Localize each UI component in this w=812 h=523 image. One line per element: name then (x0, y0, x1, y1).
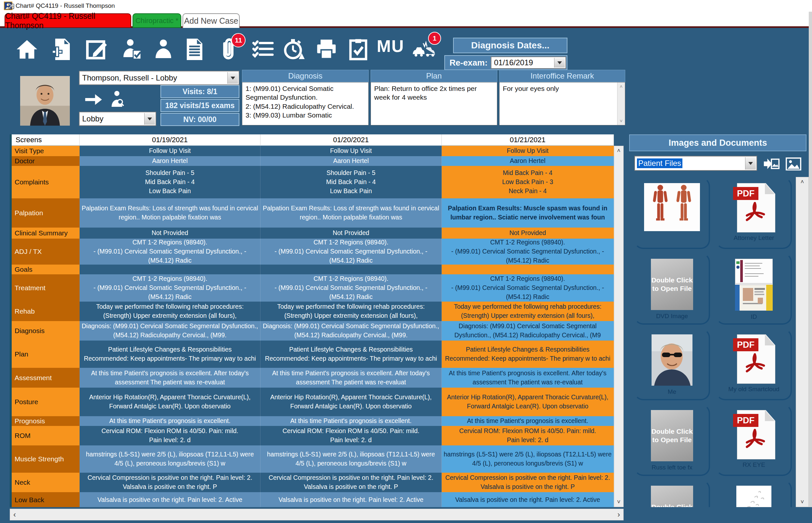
grid-cell-rehab-col2[interactable]: Today we performed the following rehab p… (261, 302, 442, 321)
print-icon[interactable] (313, 34, 340, 65)
file-card-my-old-smartcloud[interactable]: PDFMy old Smartcloud (716, 328, 792, 400)
patient-check-icon[interactable] (118, 34, 146, 65)
grid-cell-neck-col1[interactable]: Cervical Compression is positive on the … (80, 473, 261, 492)
row-label-clinical-summary[interactable]: Clinical Summary (12, 228, 80, 239)
grid-cell-rehab-col1[interactable]: Today we performed the following rehab p… (80, 302, 261, 321)
row-label-diagnosis[interactable]: Diagnosis (12, 321, 80, 341)
grid-cell-neck-col2[interactable]: Cervical Compression is positive on the … (261, 473, 442, 492)
checklist-icon[interactable] (249, 34, 277, 65)
grid-cell-prognosis-col2[interactable]: At this time Patient's prognosis is exce… (261, 416, 442, 426)
remark-panel-body[interactable]: For your eyes only ˄˅ (499, 82, 625, 125)
file-category-select[interactable]: Patient Files (634, 156, 757, 171)
file-card-dvd-image[interactable]: Double Click to Open FileDVD Image (634, 253, 710, 325)
grid-cell-complaints-col3[interactable]: Mid Back Pain - 4 Low Back Pain - 3 Neck… (442, 166, 614, 198)
grid-cell-diagnosis-col2[interactable]: Diagnosis: (M99.01) Cervical Somatic Seg… (261, 321, 442, 341)
grid-cell-rehab-col3[interactable]: Today we performed the following rehab p… (442, 302, 614, 321)
file-card[interactable]: Double Click to Open File (634, 480, 710, 507)
grid-cell-assessment-col2[interactable]: At this time Patient's prognosis is exce… (261, 368, 442, 387)
tab-add-new-case[interactable]: Add New Case (182, 13, 240, 28)
file-card-me[interactable]: Me (634, 328, 710, 400)
grid-cell-palpation-col2[interactable]: Palpation Exam Results: Loss of strength… (261, 198, 442, 228)
grid-cell-posture-col2[interactable]: Anterior Hip Rotation(R), Apparent Thora… (261, 387, 442, 416)
new-case-icon[interactable] (48, 34, 76, 65)
row-label-plan[interactable]: Plan (12, 341, 80, 368)
grid-vertical-scrollbar[interactable]: ˄˅ (614, 146, 624, 507)
grid-cell-complaints-col1[interactable]: Shoulder Pain - 5 Mid Back Pain - 4 Low … (80, 166, 261, 198)
patient-photo[interactable] (20, 75, 70, 126)
tab-chiropractic[interactable]: Chiropractic * (133, 13, 181, 28)
grid-cell-neck-col3[interactable]: Cervical Compression is positive on the … (442, 473, 614, 492)
grid-cell-clinical-summary-col3[interactable]: Not Provided (442, 228, 614, 239)
edit-note-icon[interactable] (83, 34, 111, 65)
files-scrollbar[interactable]: ˄˅ (796, 177, 809, 507)
remark-scrollbar[interactable]: ˄˅ (617, 83, 625, 125)
grid-cell-plan-col1[interactable]: Patient Lifestyle Changes & Responsibili… (80, 341, 261, 368)
chevron-down-icon[interactable] (144, 113, 155, 125)
reexam-date-select[interactable]: 01/16/2019 (491, 56, 566, 69)
grid-cell-visit-type-col3[interactable]: Follow Up Visit (442, 146, 614, 156)
document-icon[interactable] (181, 34, 209, 65)
patient-search-icon[interactable] (108, 88, 127, 110)
grid-cell-adj-tx-col2[interactable]: CMT 1-2 Regions (98940). - (M99.01) Cerv… (261, 239, 442, 265)
grid-cell-adj-tx-col3[interactable]: CMT 1-2 Regions (98940). - (M99.01) Cerv… (442, 239, 614, 265)
grid-cell-diagnosis-col1[interactable]: Diagnosis: (M99.01) Cervical Somatic Seg… (80, 321, 261, 341)
grid-cell-adj-tx-col1[interactable]: CMT 1-2 Regions (98940). - (M99.01) Cerv… (80, 239, 261, 265)
grid-cell-clinical-summary-col2[interactable]: Not Provided (261, 228, 442, 239)
arrow-icon[interactable] (84, 92, 103, 107)
grid-cell-doctor-col1[interactable]: Aaron Hertel (80, 156, 261, 166)
grid-cell-rom-col1[interactable]: Cervical ROM: Flexion ROM is 40/50. Pain… (80, 426, 261, 446)
chevron-down-icon[interactable] (745, 157, 756, 169)
grid-cell-diagnosis-col3[interactable]: Diagnosis: (M99.01) Cervical Somatic Seg… (442, 321, 614, 341)
patient-icon[interactable] (149, 34, 177, 65)
grid-cell-low-back-col1[interactable]: Valsalva is positive on the right. Pain … (80, 492, 261, 507)
row-label-doctor[interactable]: Doctor (12, 156, 80, 166)
import-image-button[interactable] (763, 157, 780, 172)
grid-cell-treatment-col3[interactable]: CMT 1-2 Regions (98940). - (M99.01) Cerv… (442, 274, 614, 302)
grid-cell-rom-col3[interactable]: Cervical ROM: Flexion ROM is 40/50. Pain… (442, 426, 614, 446)
row-label-goals[interactable]: Goals (12, 265, 80, 274)
grid-cell-muscle-strength-col3[interactable]: hamstrings (L5-S1) were 2/5 (L), iliopso… (442, 446, 614, 473)
grid-cell-assessment-col3[interactable]: At this time Patient's prognosis is exce… (442, 368, 614, 387)
row-label-adj-tx[interactable]: ADJ / TX (12, 239, 80, 265)
grid-cell-goals-col2[interactable] (261, 265, 442, 274)
grid-cell-visit-type-col2[interactable]: Follow Up Visit (261, 146, 442, 156)
row-label-prognosis[interactable]: Prognosis (12, 416, 80, 426)
grid-cell-doctor-col3[interactable]: Aaron Hertel (442, 156, 614, 166)
grid-cell-low-back-col2[interactable]: Valsalva is positive on the right. Pain … (261, 492, 442, 507)
grid-cell-posture-col1[interactable]: Anterior Hip Rotation(R), Apparent Thora… (80, 387, 261, 416)
row-label-posture[interactable]: Posture (12, 387, 80, 416)
file-card[interactable] (634, 177, 710, 249)
accident-icon[interactable]: 1 (410, 34, 438, 65)
row-label-rehab[interactable]: Rehab (12, 302, 80, 321)
diagnosis-panel-body[interactable]: 1: (M99.01) Cervical Somatic Segmental D… (242, 82, 369, 125)
close-button[interactable]: ✕ (0, 0, 23, 12)
diagnosis-dates-button[interactable]: Diagnosis Dates... (453, 38, 567, 53)
file-card-attorney-letter[interactable]: PDFAttorney Letter (716, 177, 792, 249)
row-label-complaints[interactable]: Complaints (12, 166, 80, 198)
file-card-rx-eye[interactable]: PDFRX EYE (716, 404, 792, 476)
row-label-neck[interactable]: Neck (12, 473, 80, 492)
grid-cell-plan-col2[interactable]: Patient Lifestyle Changes & Responsibili… (261, 341, 442, 368)
room-selector[interactable]: Lobby (79, 112, 156, 126)
row-label-low-back[interactable]: Low Back (12, 492, 80, 507)
grid-cell-complaints-col2[interactable]: Shoulder Pain - 5 Mid Back Pain - 4 Low … (261, 166, 442, 198)
patient-selector[interactable]: Thompson, Russell - Lobby (79, 71, 240, 85)
grid-cell-prognosis-col1[interactable]: At this time Patient's prognosis is exce… (80, 416, 261, 426)
row-label-muscle-strength[interactable]: Muscle Strength (12, 446, 80, 473)
file-card[interactable] (716, 480, 792, 507)
chevron-down-icon[interactable] (554, 58, 565, 68)
grid-cell-rom-col2[interactable]: Cervical ROM: Flexion ROM is 40/50. Pain… (261, 426, 442, 446)
image-viewer-button[interactable] (785, 157, 802, 172)
mu-label[interactable]: MU (377, 36, 404, 56)
tab-current-case[interactable]: Chart# QC4119 - Russell Thompson (4, 13, 131, 28)
grid-cell-muscle-strength-col2[interactable]: hamstrings (L5-S1) were 2/5 (L), iliopso… (261, 446, 442, 473)
grid-cell-posture-col3[interactable]: Anterior Hip Rotation(R), Apparent Thora… (442, 387, 614, 416)
grid-cell-low-back-col3[interactable]: Valsalva is positive on the right. Pain … (442, 492, 614, 507)
grid-cell-doctor-col2[interactable]: Aaron Hertel (261, 156, 442, 166)
grid-cell-goals-col1[interactable] (80, 265, 261, 274)
file-card-russ-left-toe-fx[interactable]: Double Click to Open FileRuss left toe f… (634, 404, 710, 476)
file-card-id[interactable]: ID (716, 253, 792, 325)
grid-cell-prognosis-col3[interactable]: At this time Patient's prognosis is exce… (442, 416, 614, 426)
grid-cell-palpation-col3[interactable]: Palpation Exam Results: Muscle spasm was… (442, 198, 614, 228)
attachments-icon[interactable]: 11 (214, 34, 242, 65)
